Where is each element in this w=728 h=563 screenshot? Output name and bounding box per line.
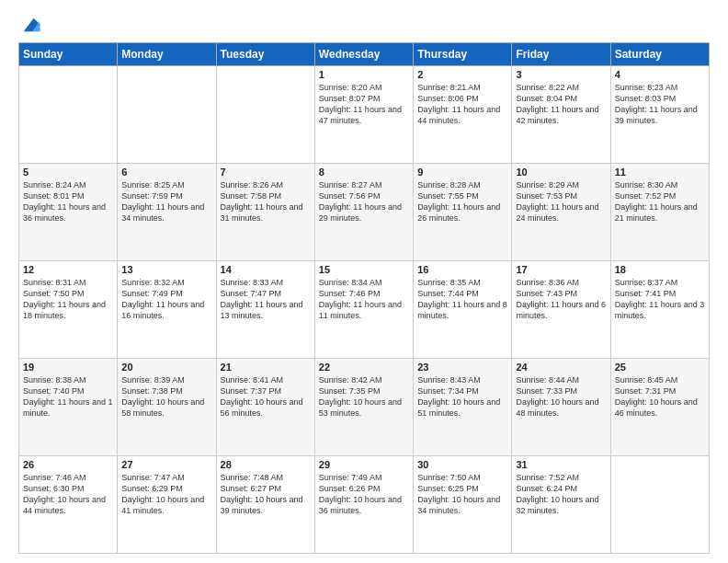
calendar-cell: 14Sunrise: 8:33 AM Sunset: 7:47 PM Dayli… (216, 261, 314, 359)
day-info: Sunrise: 8:20 AM Sunset: 8:07 PM Dayligh… (319, 82, 409, 127)
day-header: Sunday (19, 43, 118, 66)
day-number: 13 (121, 264, 211, 275)
day-info: Sunrise: 8:23 AM Sunset: 8:03 PM Dayligh… (615, 82, 705, 127)
calendar-cell: 1Sunrise: 8:20 AM Sunset: 8:07 PM Daylig… (314, 66, 413, 164)
day-number: 28 (221, 459, 311, 470)
calendar-cell: 26Sunrise: 7:46 AM Sunset: 6:30 PM Dayli… (19, 456, 118, 554)
calendar-cell: 31Sunrise: 7:52 AM Sunset: 6:24 PM Dayli… (512, 456, 610, 554)
calendar-cell: 3Sunrise: 8:22 AM Sunset: 8:04 PM Daylig… (512, 66, 610, 164)
day-number: 19 (23, 362, 113, 373)
day-info: Sunrise: 8:28 AM Sunset: 7:55 PM Dayligh… (417, 179, 507, 224)
day-info: Sunrise: 8:44 AM Sunset: 7:33 PM Dayligh… (516, 374, 606, 419)
calendar: SundayMondayTuesdayWednesdayThursdayFrid… (18, 42, 710, 554)
day-header: Tuesday (216, 43, 314, 66)
calendar-cell: 4Sunrise: 8:23 AM Sunset: 8:03 PM Daylig… (610, 66, 709, 164)
day-info: Sunrise: 8:36 AM Sunset: 7:43 PM Dayligh… (516, 277, 606, 322)
calendar-cell (118, 66, 216, 164)
day-number: 1 (319, 69, 409, 80)
day-info: Sunrise: 8:32 AM Sunset: 7:49 PM Dayligh… (121, 277, 211, 322)
day-info: Sunrise: 7:46 AM Sunset: 6:30 PM Dayligh… (23, 472, 113, 517)
day-info: Sunrise: 8:37 AM Sunset: 7:41 PM Dayligh… (615, 277, 705, 322)
day-info: Sunrise: 8:31 AM Sunset: 7:50 PM Dayligh… (23, 277, 113, 322)
calendar-cell: 27Sunrise: 7:47 AM Sunset: 6:29 PM Dayli… (118, 456, 216, 554)
calendar-cell: 19Sunrise: 8:38 AM Sunset: 7:40 PM Dayli… (19, 359, 118, 456)
day-info: Sunrise: 8:45 AM Sunset: 7:31 PM Dayligh… (615, 374, 705, 419)
calendar-cell: 21Sunrise: 8:41 AM Sunset: 7:37 PM Dayli… (216, 359, 314, 456)
day-header: Saturday (610, 43, 709, 66)
day-number: 9 (417, 167, 507, 178)
day-number: 24 (516, 362, 606, 373)
calendar-week: 1Sunrise: 8:20 AM Sunset: 8:07 PM Daylig… (19, 66, 710, 164)
calendar-cell: 5Sunrise: 8:24 AM Sunset: 8:01 PM Daylig… (19, 164, 118, 261)
day-number: 12 (23, 264, 113, 275)
day-info: Sunrise: 8:29 AM Sunset: 7:53 PM Dayligh… (516, 179, 606, 224)
day-number: 23 (417, 362, 507, 373)
day-info: Sunrise: 8:41 AM Sunset: 7:37 PM Dayligh… (221, 374, 311, 419)
calendar-cell: 11Sunrise: 8:30 AM Sunset: 7:52 PM Dayli… (610, 164, 709, 261)
logo-icon (20, 15, 40, 35)
day-info: Sunrise: 8:30 AM Sunset: 7:52 PM Dayligh… (615, 179, 705, 224)
calendar-cell: 22Sunrise: 8:42 AM Sunset: 7:35 PM Dayli… (314, 359, 413, 456)
day-info: Sunrise: 7:49 AM Sunset: 6:26 PM Dayligh… (319, 472, 409, 517)
day-number: 14 (221, 264, 311, 275)
calendar-cell: 6Sunrise: 8:25 AM Sunset: 7:59 PM Daylig… (118, 164, 216, 261)
day-number: 15 (319, 264, 409, 275)
day-number: 10 (516, 167, 606, 178)
day-info: Sunrise: 8:24 AM Sunset: 8:01 PM Dayligh… (23, 179, 113, 224)
day-number: 16 (417, 264, 507, 275)
calendar-cell: 20Sunrise: 8:39 AM Sunset: 7:38 PM Dayli… (118, 359, 216, 456)
page: SundayMondayTuesdayWednesdayThursdayFrid… (0, 0, 728, 563)
day-header: Thursday (414, 43, 512, 66)
day-info: Sunrise: 8:38 AM Sunset: 7:40 PM Dayligh… (23, 374, 113, 419)
calendar-week: 5Sunrise: 8:24 AM Sunset: 8:01 PM Daylig… (19, 164, 710, 261)
day-number: 29 (319, 459, 409, 470)
day-number: 6 (121, 167, 211, 178)
calendar-cell: 8Sunrise: 8:27 AM Sunset: 7:56 PM Daylig… (314, 164, 413, 261)
day-header: Friday (512, 43, 610, 66)
day-header: Monday (118, 43, 216, 66)
calendar-cell: 7Sunrise: 8:26 AM Sunset: 7:58 PM Daylig… (216, 164, 314, 261)
calendar-cell: 25Sunrise: 8:45 AM Sunset: 7:31 PM Dayli… (610, 359, 709, 456)
calendar-week: 19Sunrise: 8:38 AM Sunset: 7:40 PM Dayli… (19, 359, 710, 456)
day-info: Sunrise: 8:25 AM Sunset: 7:59 PM Dayligh… (121, 179, 211, 224)
day-number: 8 (319, 167, 409, 178)
day-number: 5 (23, 167, 113, 178)
logo (18, 15, 40, 35)
day-info: Sunrise: 8:34 AM Sunset: 7:46 PM Dayligh… (319, 277, 409, 322)
day-info: Sunrise: 8:22 AM Sunset: 8:04 PM Dayligh… (516, 82, 606, 127)
calendar-cell: 2Sunrise: 8:21 AM Sunset: 8:06 PM Daylig… (414, 66, 512, 164)
day-number: 27 (121, 459, 211, 470)
day-info: Sunrise: 7:48 AM Sunset: 6:27 PM Dayligh… (221, 472, 311, 517)
header (18, 15, 710, 35)
calendar-cell: 10Sunrise: 8:29 AM Sunset: 7:53 PM Dayli… (512, 164, 610, 261)
calendar-cell: 15Sunrise: 8:34 AM Sunset: 7:46 PM Dayli… (314, 261, 413, 359)
day-number: 7 (221, 167, 311, 178)
calendar-cell: 13Sunrise: 8:32 AM Sunset: 7:49 PM Dayli… (118, 261, 216, 359)
day-number: 25 (615, 362, 705, 373)
day-info: Sunrise: 8:42 AM Sunset: 7:35 PM Dayligh… (319, 374, 409, 419)
day-number: 2 (417, 69, 507, 80)
day-info: Sunrise: 8:35 AM Sunset: 7:44 PM Dayligh… (417, 277, 507, 322)
day-info: Sunrise: 8:21 AM Sunset: 8:06 PM Dayligh… (417, 82, 507, 127)
day-number: 20 (121, 362, 211, 373)
calendar-cell (610, 456, 709, 554)
calendar-cell: 12Sunrise: 8:31 AM Sunset: 7:50 PM Dayli… (19, 261, 118, 359)
calendar-cell: 23Sunrise: 8:43 AM Sunset: 7:34 PM Dayli… (414, 359, 512, 456)
day-info: Sunrise: 8:33 AM Sunset: 7:47 PM Dayligh… (221, 277, 311, 322)
calendar-cell: 17Sunrise: 8:36 AM Sunset: 7:43 PM Dayli… (512, 261, 610, 359)
day-info: Sunrise: 7:50 AM Sunset: 6:25 PM Dayligh… (417, 472, 507, 517)
day-number: 17 (516, 264, 606, 275)
calendar-week: 12Sunrise: 8:31 AM Sunset: 7:50 PM Dayli… (19, 261, 710, 359)
calendar-cell: 9Sunrise: 8:28 AM Sunset: 7:55 PM Daylig… (414, 164, 512, 261)
day-number: 31 (516, 459, 606, 470)
day-number: 26 (23, 459, 113, 470)
day-number: 11 (615, 167, 705, 178)
day-number: 18 (615, 264, 705, 275)
day-number: 30 (417, 459, 507, 470)
day-info: Sunrise: 8:26 AM Sunset: 7:58 PM Dayligh… (221, 179, 311, 224)
day-number: 4 (615, 69, 705, 80)
day-number: 3 (516, 69, 606, 80)
calendar-cell (216, 66, 314, 164)
day-header: Wednesday (314, 43, 413, 66)
calendar-cell: 18Sunrise: 8:37 AM Sunset: 7:41 PM Dayli… (610, 261, 709, 359)
